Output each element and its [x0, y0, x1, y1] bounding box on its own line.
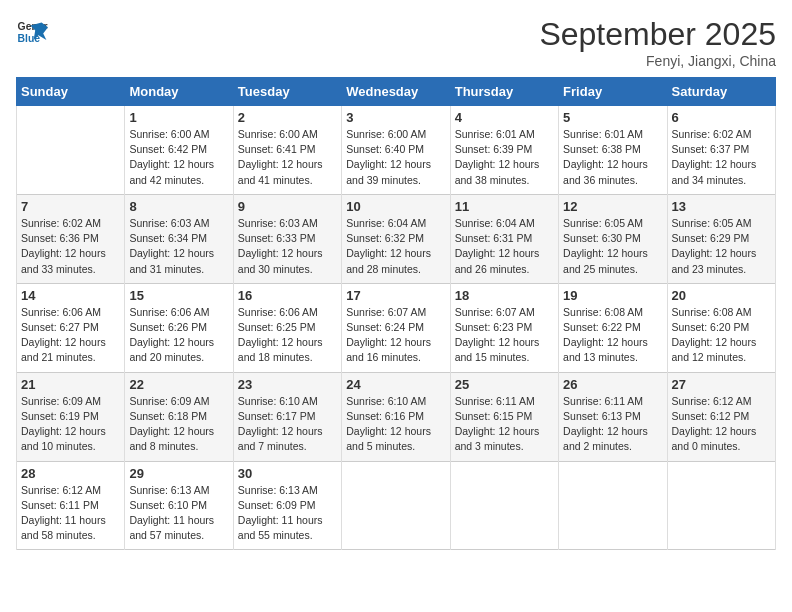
day-number: 6 — [672, 110, 771, 125]
location-subtitle: Fenyi, Jiangxi, China — [539, 53, 776, 69]
table-row: 6Sunrise: 6:02 AM Sunset: 6:37 PM Daylig… — [667, 106, 775, 195]
day-info: Sunrise: 6:09 AM Sunset: 6:19 PM Dayligh… — [21, 394, 120, 455]
day-number: 27 — [672, 377, 771, 392]
table-row — [667, 461, 775, 550]
logo-icon: General Blue — [16, 16, 48, 48]
title-block: September 2025 Fenyi, Jiangxi, China — [539, 16, 776, 69]
table-row: 13Sunrise: 6:05 AM Sunset: 6:29 PM Dayli… — [667, 194, 775, 283]
table-row: 27Sunrise: 6:12 AM Sunset: 6:12 PM Dayli… — [667, 372, 775, 461]
day-number: 29 — [129, 466, 228, 481]
table-row: 14Sunrise: 6:06 AM Sunset: 6:27 PM Dayli… — [17, 283, 125, 372]
day-info: Sunrise: 6:06 AM Sunset: 6:25 PM Dayligh… — [238, 305, 337, 366]
table-row: 9Sunrise: 6:03 AM Sunset: 6:33 PM Daylig… — [233, 194, 341, 283]
table-row: 15Sunrise: 6:06 AM Sunset: 6:26 PM Dayli… — [125, 283, 233, 372]
day-info: Sunrise: 6:05 AM Sunset: 6:30 PM Dayligh… — [563, 216, 662, 277]
day-number: 8 — [129, 199, 228, 214]
day-info: Sunrise: 6:01 AM Sunset: 6:38 PM Dayligh… — [563, 127, 662, 188]
day-info: Sunrise: 6:00 AM Sunset: 6:40 PM Dayligh… — [346, 127, 445, 188]
table-row: 29Sunrise: 6:13 AM Sunset: 6:10 PM Dayli… — [125, 461, 233, 550]
day-info: Sunrise: 6:05 AM Sunset: 6:29 PM Dayligh… — [672, 216, 771, 277]
day-info: Sunrise: 6:08 AM Sunset: 6:20 PM Dayligh… — [672, 305, 771, 366]
header-saturday: Saturday — [667, 78, 775, 106]
table-row: 10Sunrise: 6:04 AM Sunset: 6:32 PM Dayli… — [342, 194, 450, 283]
day-number: 12 — [563, 199, 662, 214]
table-row: 11Sunrise: 6:04 AM Sunset: 6:31 PM Dayli… — [450, 194, 558, 283]
day-number: 17 — [346, 288, 445, 303]
day-number: 1 — [129, 110, 228, 125]
day-number: 20 — [672, 288, 771, 303]
day-info: Sunrise: 6:09 AM Sunset: 6:18 PM Dayligh… — [129, 394, 228, 455]
day-info: Sunrise: 6:02 AM Sunset: 6:37 PM Dayligh… — [672, 127, 771, 188]
header-monday: Monday — [125, 78, 233, 106]
table-row: 22Sunrise: 6:09 AM Sunset: 6:18 PM Dayli… — [125, 372, 233, 461]
day-info: Sunrise: 6:07 AM Sunset: 6:24 PM Dayligh… — [346, 305, 445, 366]
table-row: 8Sunrise: 6:03 AM Sunset: 6:34 PM Daylig… — [125, 194, 233, 283]
day-info: Sunrise: 6:03 AM Sunset: 6:34 PM Dayligh… — [129, 216, 228, 277]
day-info: Sunrise: 6:12 AM Sunset: 6:12 PM Dayligh… — [672, 394, 771, 455]
day-number: 15 — [129, 288, 228, 303]
day-number: 4 — [455, 110, 554, 125]
day-info: Sunrise: 6:06 AM Sunset: 6:27 PM Dayligh… — [21, 305, 120, 366]
logo: General Blue — [16, 16, 48, 48]
table-row: 19Sunrise: 6:08 AM Sunset: 6:22 PM Dayli… — [559, 283, 667, 372]
header-tuesday: Tuesday — [233, 78, 341, 106]
day-number: 25 — [455, 377, 554, 392]
header-thursday: Thursday — [450, 78, 558, 106]
table-row: 28Sunrise: 6:12 AM Sunset: 6:11 PM Dayli… — [17, 461, 125, 550]
month-year-title: September 2025 — [539, 16, 776, 53]
day-info: Sunrise: 6:12 AM Sunset: 6:11 PM Dayligh… — [21, 483, 120, 544]
day-info: Sunrise: 6:00 AM Sunset: 6:41 PM Dayligh… — [238, 127, 337, 188]
page-header: General Blue September 2025 Fenyi, Jiang… — [16, 16, 776, 69]
table-row: 5Sunrise: 6:01 AM Sunset: 6:38 PM Daylig… — [559, 106, 667, 195]
header-friday: Friday — [559, 78, 667, 106]
day-info: Sunrise: 6:02 AM Sunset: 6:36 PM Dayligh… — [21, 216, 120, 277]
day-info: Sunrise: 6:11 AM Sunset: 6:13 PM Dayligh… — [563, 394, 662, 455]
day-number: 30 — [238, 466, 337, 481]
table-row: 30Sunrise: 6:13 AM Sunset: 6:09 PM Dayli… — [233, 461, 341, 550]
table-row: 16Sunrise: 6:06 AM Sunset: 6:25 PM Dayli… — [233, 283, 341, 372]
table-row: 23Sunrise: 6:10 AM Sunset: 6:17 PM Dayli… — [233, 372, 341, 461]
calendar-table: Sunday Monday Tuesday Wednesday Thursday… — [16, 77, 776, 550]
day-number: 11 — [455, 199, 554, 214]
header-sunday: Sunday — [17, 78, 125, 106]
day-number: 10 — [346, 199, 445, 214]
day-info: Sunrise: 6:00 AM Sunset: 6:42 PM Dayligh… — [129, 127, 228, 188]
day-info: Sunrise: 6:10 AM Sunset: 6:17 PM Dayligh… — [238, 394, 337, 455]
table-row: 4Sunrise: 6:01 AM Sunset: 6:39 PM Daylig… — [450, 106, 558, 195]
table-row: 26Sunrise: 6:11 AM Sunset: 6:13 PM Dayli… — [559, 372, 667, 461]
day-info: Sunrise: 6:13 AM Sunset: 6:09 PM Dayligh… — [238, 483, 337, 544]
day-number: 14 — [21, 288, 120, 303]
day-number: 26 — [563, 377, 662, 392]
table-row: 17Sunrise: 6:07 AM Sunset: 6:24 PM Dayli… — [342, 283, 450, 372]
day-number: 9 — [238, 199, 337, 214]
calendar-header: Sunday Monday Tuesday Wednesday Thursday… — [17, 78, 776, 106]
day-info: Sunrise: 6:01 AM Sunset: 6:39 PM Dayligh… — [455, 127, 554, 188]
day-info: Sunrise: 6:11 AM Sunset: 6:15 PM Dayligh… — [455, 394, 554, 455]
table-row: 12Sunrise: 6:05 AM Sunset: 6:30 PM Dayli… — [559, 194, 667, 283]
table-row: 24Sunrise: 6:10 AM Sunset: 6:16 PM Dayli… — [342, 372, 450, 461]
calendar-body: 1Sunrise: 6:00 AM Sunset: 6:42 PM Daylig… — [17, 106, 776, 550]
table-row — [559, 461, 667, 550]
day-number: 23 — [238, 377, 337, 392]
day-number: 24 — [346, 377, 445, 392]
table-row: 20Sunrise: 6:08 AM Sunset: 6:20 PM Dayli… — [667, 283, 775, 372]
header-wednesday: Wednesday — [342, 78, 450, 106]
table-row: 18Sunrise: 6:07 AM Sunset: 6:23 PM Dayli… — [450, 283, 558, 372]
day-info: Sunrise: 6:07 AM Sunset: 6:23 PM Dayligh… — [455, 305, 554, 366]
day-number: 21 — [21, 377, 120, 392]
table-row — [17, 106, 125, 195]
table-row — [342, 461, 450, 550]
day-number: 2 — [238, 110, 337, 125]
day-info: Sunrise: 6:03 AM Sunset: 6:33 PM Dayligh… — [238, 216, 337, 277]
day-info: Sunrise: 6:13 AM Sunset: 6:10 PM Dayligh… — [129, 483, 228, 544]
day-number: 28 — [21, 466, 120, 481]
day-number: 16 — [238, 288, 337, 303]
day-number: 5 — [563, 110, 662, 125]
day-number: 3 — [346, 110, 445, 125]
day-info: Sunrise: 6:04 AM Sunset: 6:32 PM Dayligh… — [346, 216, 445, 277]
table-row: 1Sunrise: 6:00 AM Sunset: 6:42 PM Daylig… — [125, 106, 233, 195]
day-number: 7 — [21, 199, 120, 214]
table-row: 2Sunrise: 6:00 AM Sunset: 6:41 PM Daylig… — [233, 106, 341, 195]
table-row: 3Sunrise: 6:00 AM Sunset: 6:40 PM Daylig… — [342, 106, 450, 195]
day-number: 18 — [455, 288, 554, 303]
